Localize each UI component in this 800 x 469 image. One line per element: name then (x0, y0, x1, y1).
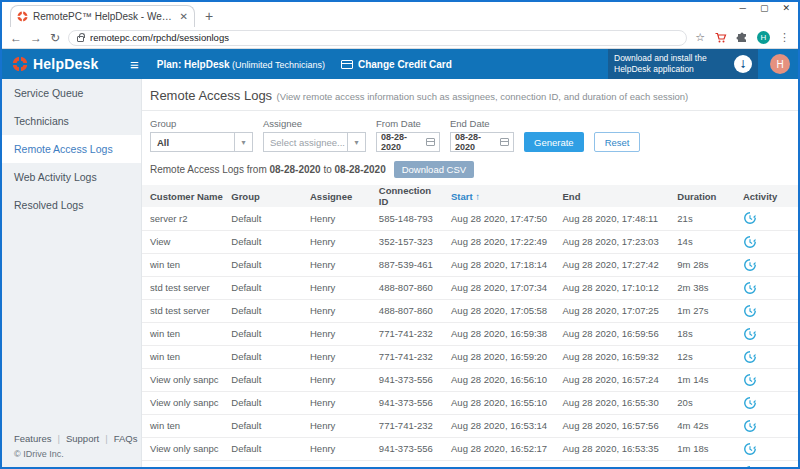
browser-profile-avatar[interactable]: H (757, 31, 770, 44)
cell-connection-id: 585-148-793 (375, 207, 447, 230)
from-date-label: From Date (376, 118, 440, 129)
cell-connection-id: 771-741-232 (375, 322, 447, 345)
footer-link-features[interactable]: Features (14, 433, 52, 444)
activity-history-icon[interactable] (743, 419, 757, 433)
table-row: View only sanpc Default Henry 941-373-55… (142, 368, 798, 391)
forward-icon[interactable]: → (30, 32, 42, 44)
footer-link-faqs[interactable]: FAQs (114, 433, 138, 444)
divider: | (58, 433, 60, 444)
assignee-filter-label: Assignee (263, 118, 366, 129)
activity-history-icon[interactable] (743, 235, 757, 249)
sidebar-item-web-activity-logs[interactable]: Web Activity Logs (2, 163, 141, 191)
sidebar-footer: Features|Support|FAQs © IDrive Inc. (14, 433, 135, 459)
sidebar-item-resolved-logs[interactable]: Resolved Logs (2, 191, 141, 219)
url-text[interactable]: remotepc.com/rpchd/sessionlogs (90, 32, 229, 43)
hamburger-menu-icon[interactable]: ≡ (124, 56, 145, 73)
cell-connection-id: 488-807-860 (375, 276, 447, 299)
filter-bar: Group All ▾ Assignee Select assignee... … (142, 111, 798, 161)
sidebar-item-technicians[interactable]: Technicians (2, 107, 141, 135)
cell-start: Aug 28 2020, 16:56:10 (447, 368, 559, 391)
column-header-start[interactable]: Start ↑ (447, 185, 559, 207)
column-header-customer-name[interactable]: Customer Name (142, 185, 227, 207)
sidebar-item-service-queue[interactable]: Service Queue (2, 79, 141, 107)
url-box[interactable]: remotepc.com/rpchd/sessionlogs (68, 30, 687, 46)
cell-start: Aug 28 2020, 16:59:20 (447, 345, 559, 368)
logs-table: Customer NameGroupAssigneeConnection IDS… (142, 185, 798, 467)
cell-connection-id: 941-373-556 (375, 437, 447, 460)
column-header-group[interactable]: Group (227, 185, 306, 207)
reset-button[interactable]: Reset (594, 132, 641, 152)
cell-group: Default (227, 460, 306, 467)
activity-history-icon[interactable] (743, 281, 757, 295)
log-table-body: server r2 Default Henry 585-148-793 Aug … (142, 207, 798, 467)
activity-history-icon[interactable] (743, 211, 757, 225)
cell-assignee: Henry (306, 207, 375, 230)
cell-activity (739, 437, 798, 460)
refresh-icon[interactable]: ↻ (50, 32, 60, 44)
helpdesk-favicon (17, 11, 28, 22)
cell-assignee: Henry (306, 253, 375, 276)
from-date-input[interactable]: 08-28-2020 (376, 132, 440, 152)
table-row: win ten Default Henry 771-741-232 Aug 28… (142, 414, 798, 437)
cell-connection-id: 941-373-556 (375, 368, 447, 391)
column-header-connection-id[interactable]: Connection ID (375, 185, 447, 207)
cell-customer-name: win ten (142, 322, 227, 345)
cell-duration: 14s (673, 230, 739, 253)
cell-group: Default (227, 437, 306, 460)
cell-customer-name: View (142, 230, 227, 253)
column-header-end[interactable]: End (559, 185, 674, 207)
change-credit-card-button[interactable]: Change Credit Card (341, 59, 452, 70)
cell-start: Aug 28 2020, 16:52:17 (447, 437, 559, 460)
download-app-banner[interactable]: Download and install the HelpDesk applic… (608, 49, 758, 79)
window-maximize-icon[interactable]: ▢ (760, 3, 769, 13)
column-header-assignee[interactable]: Assignee (306, 185, 375, 207)
column-header-activity[interactable]: Activity (739, 185, 798, 207)
cell-assignee: Henry (306, 322, 375, 345)
cart-extension-icon[interactable] (714, 32, 727, 44)
browser-tab[interactable]: RemotePC™ HelpDesk - Web Act ✕ (10, 5, 195, 27)
cell-end: Aug 28 2020, 16:59:32 (559, 345, 674, 368)
browser-menu-icon[interactable]: ⋮ (779, 31, 790, 44)
tab-close-icon[interactable]: ✕ (180, 11, 188, 22)
window-close-icon[interactable]: ✕ (782, 3, 790, 13)
table-row: win ten Default Henry 771-741-232 Aug 28… (142, 322, 798, 345)
group-select[interactable]: All ▾ (150, 132, 253, 152)
back-icon[interactable]: ← (10, 32, 22, 44)
group-filter-label: Group (150, 118, 253, 129)
footer-link-support[interactable]: Support (66, 433, 99, 444)
end-date-input[interactable]: 08-28-2020 (450, 132, 514, 152)
assignee-select[interactable]: Select assignee... ▾ (263, 132, 366, 152)
helpdesk-logo[interactable]: HelpDesk (2, 56, 124, 72)
cell-connection-id: 771-741-232 (375, 345, 447, 368)
sidebar-item-remote-access-logs[interactable]: Remote Access Logs (2, 135, 141, 163)
cell-group: Default (227, 276, 306, 299)
activity-history-icon[interactable] (743, 258, 757, 272)
activity-history-icon[interactable] (743, 465, 757, 468)
bookmark-star-icon[interactable]: ☆ (695, 31, 705, 44)
download-icon[interactable]: ⭣ (734, 55, 752, 73)
tab-strip: RemotePC™ HelpDesk - Web Act ✕ + ─ ▢ ✕ (2, 2, 798, 27)
address-bar: ← → ↻ remotepc.com/rpchd/sessionlogs ☆ H… (2, 27, 798, 49)
table-row: server r2 Default Henry 585-148-793 Aug … (142, 207, 798, 230)
cell-start: Aug 28 2020, 16:53:14 (447, 414, 559, 437)
activity-history-icon[interactable] (743, 304, 757, 318)
column-header-duration[interactable]: Duration (673, 185, 739, 207)
activity-history-icon[interactable] (743, 350, 757, 364)
download-csv-button[interactable]: Download CSV (394, 161, 474, 178)
activity-history-icon[interactable] (743, 373, 757, 387)
extensions-puzzle-icon[interactable] (736, 32, 748, 44)
cell-group: Default (227, 230, 306, 253)
cell-group: Default (227, 391, 306, 414)
activity-history-icon[interactable] (743, 327, 757, 341)
window-minimize-icon[interactable]: ─ (740, 3, 746, 13)
cell-activity (739, 414, 798, 437)
account-avatar[interactable]: H (770, 54, 790, 74)
cell-end: Aug 28 2020, 16:57:24 (559, 368, 674, 391)
generate-button[interactable]: Generate (524, 132, 584, 152)
activity-history-icon[interactable] (743, 396, 757, 410)
activity-history-icon[interactable] (743, 442, 757, 456)
cell-customer-name: View only sanpc (142, 391, 227, 414)
new-tab-button[interactable]: + (205, 5, 213, 27)
cell-start: Aug 28 2020, 17:47:50 (447, 207, 559, 230)
cell-customer-name: win ten (142, 414, 227, 437)
